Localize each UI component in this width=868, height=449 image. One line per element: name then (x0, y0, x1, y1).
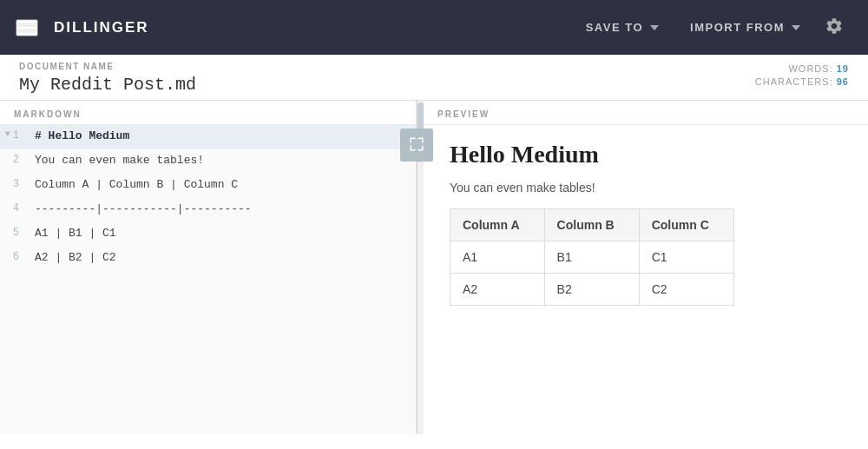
table-cell: A1 (450, 241, 545, 274)
line-number: 5 (0, 224, 28, 239)
import-from-chevron-icon (792, 25, 800, 30)
import-from-label: IMPORT FROM (690, 21, 785, 34)
app-title: DILLINGER (54, 19, 570, 36)
chars-label: CHARACTERS: (755, 76, 833, 87)
code-line[interactable]: 5A1 | B1 | C1 (0, 222, 416, 247)
markdown-panel-label: MARKDOWN (0, 101, 416, 125)
code-editor[interactable]: ▼1# Hello Medium2You can even make table… (0, 125, 416, 434)
preview-table-head: Column AColumn BColumn C (450, 209, 734, 241)
doc-name-input[interactable] (19, 75, 297, 95)
app-header: DILLINGER SAVE TO IMPORT FROM (0, 0, 868, 55)
gear-icon (825, 17, 844, 38)
preview-content[interactable]: Hello Medium You can even make tables! C… (424, 125, 868, 434)
settings-button[interactable] (816, 10, 852, 45)
preview-table: Column AColumn BColumn C A1B1C1A2B2C2 (450, 208, 734, 306)
table-cell: A2 (450, 274, 545, 306)
doc-stats: WORDS: 19 CHARACTERS: 96 (755, 62, 849, 89)
line-number: 4 (0, 200, 28, 215)
char-count-value: 96 (837, 76, 849, 87)
editor-area: MARKDOWN ▼1# Hello Medium2You can even m… (0, 101, 868, 434)
line-number: ▼1 (0, 127, 28, 142)
table-row: A2B2C2 (450, 274, 734, 306)
preview-intro: You can even make tables! (450, 181, 842, 195)
word-count-value: 19 (837, 63, 849, 74)
code-line[interactable]: 2You can even make tables! (0, 149, 416, 174)
preview-heading: Hello Medium (450, 141, 842, 168)
expand-button[interactable] (400, 129, 433, 162)
table-cell: C1 (639, 241, 733, 274)
table-cell: B1 (544, 241, 639, 274)
save-to-button[interactable]: SAVE TO (570, 14, 674, 41)
expand-icon (409, 136, 424, 155)
import-from-button[interactable]: IMPORT FROM (674, 14, 816, 41)
save-to-label: SAVE TO (586, 21, 643, 34)
word-count-row: WORDS: 19 (755, 63, 849, 74)
preview-panel: PREVIEW Hello Medium You can even make t… (424, 101, 868, 434)
char-count-row: CHARACTERS: 96 (755, 76, 849, 87)
code-line[interactable]: 6A2 | B2 | C2 (0, 247, 416, 271)
table-row: A1B1C1 (450, 241, 734, 274)
fold-arrow-icon[interactable]: ▼ (5, 129, 10, 139)
hamburger-button[interactable] (16, 19, 38, 36)
line-content: # Hello Medium (28, 127, 416, 145)
line-number: 2 (0, 151, 28, 166)
preview-table-body: A1B1C1A2B2C2 (450, 241, 734, 306)
code-line[interactable]: ▼1# Hello Medium (0, 125, 416, 149)
line-number: 6 (0, 248, 28, 263)
table-header-cell: Column B (544, 209, 639, 241)
code-line[interactable]: 3Column A | Column B | Column C (0, 174, 416, 198)
line-content: ---------|-----------|---------- (28, 200, 416, 218)
preview-panel-label: PREVIEW (424, 101, 868, 125)
save-to-chevron-icon (650, 25, 659, 30)
table-cell: C2 (639, 274, 733, 306)
line-content: A1 | B1 | C1 (28, 224, 416, 242)
table-header-cell: Column A (450, 209, 545, 241)
line-content: Column A | Column B | Column C (28, 175, 416, 194)
code-line[interactable]: 4---------|-----------|---------- (0, 198, 416, 222)
words-label: WORDS: (788, 63, 832, 74)
doc-info-bar: DOCUMENT NAME WORDS: 19 CHARACTERS: 96 (0, 55, 868, 101)
line-content: You can even make tables! (28, 151, 416, 169)
line-content: A2 | B2 | C2 (28, 248, 416, 267)
doc-name-label: DOCUMENT NAME (19, 62, 755, 71)
markdown-panel: MARKDOWN ▼1# Hello Medium2You can even m… (0, 101, 417, 434)
table-cell: B2 (544, 274, 639, 306)
doc-name-section: DOCUMENT NAME (19, 62, 755, 95)
line-number: 3 (0, 175, 28, 190)
table-header-cell: Column C (639, 209, 733, 241)
